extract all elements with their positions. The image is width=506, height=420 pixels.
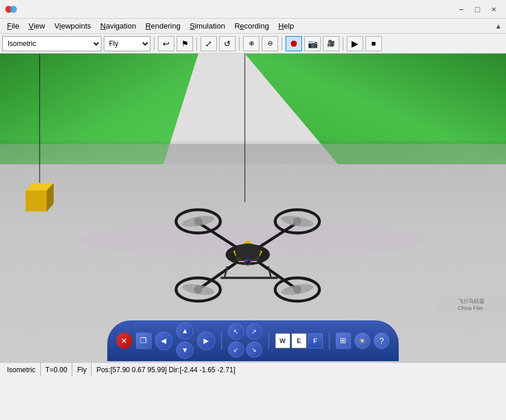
nav-separator-2 [268,332,269,350]
titlebar-left [5,3,17,16]
nav-mode-w-button[interactable]: W [275,333,290,348]
nav-upright-button[interactable]: ↗ [246,323,262,340]
menu-file[interactable]: File [2,20,24,33]
nav-mode-e-button[interactable]: E [291,333,307,348]
menu-navigation[interactable]: Navigation [96,20,140,33]
status-time: T=0.00 [41,363,73,376]
watermark: 飞行鸟联盟China Filer [436,290,506,319]
stop-button[interactable]: ■ [366,36,382,51]
menubar: File View Viewpoints Navigation Renderin… [0,19,506,34]
minimize-button[interactable]: − [454,3,469,16]
nav-mode-select[interactable]: Fly Walk Pan Rotate Zoom [104,36,150,51]
svg-point-34 [293,217,301,225]
maximize-button[interactable]: □ [470,3,485,16]
statusbar: Isometric T=0.00 Fly Pos:[57.90 0.67 95.… [0,362,506,376]
titlebar-controls: − □ × [454,3,501,16]
viewpoint-select[interactable]: Isometric Top Front Side Custom [2,36,101,51]
svg-point-33 [194,217,202,225]
svg-point-36 [293,285,301,294]
status-position: Pos:[57.90 0.67 95.99] Dir:[-2.44 -1.65 … [92,363,240,376]
menu-simulation[interactable]: Simulation [185,20,230,33]
close-button[interactable]: × [486,3,501,16]
nav-left-button[interactable]: ◀ [155,331,173,350]
toolbar-separator-4 [282,37,282,51]
svg-point-35 [194,285,202,294]
viewport[interactable]: ✕ ❐ ◀ ▲ ▼ ▶ ↖ ↗ ↙ ↘ W [0,54,506,362]
reset-button[interactable]: ↺ [219,36,236,51]
menu-recording[interactable]: Recording [230,20,273,33]
nav-upleft-button[interactable]: ↖ [228,323,244,340]
nav-downleft-button[interactable]: ↙ [228,341,244,358]
play-button[interactable]: ▶ [347,36,363,51]
svg-point-1 [10,6,17,13]
svg-point-45 [246,260,248,262]
nav-help-button[interactable]: ? [374,333,389,349]
camera-button[interactable]: 🎥 [323,36,339,51]
nav-separator-3 [329,332,330,350]
toolbar-separator-5 [343,37,343,51]
menu-viewpoints[interactable]: Viewpoints [50,20,96,33]
menu-view[interactable]: View [24,20,50,33]
nav-panel: ✕ ❐ ◀ ▲ ▼ ▶ ↖ ↗ ↙ ↘ W [107,320,399,361]
svg-rect-17 [26,190,47,211]
mode-buttons: W E F [275,333,323,348]
toolbar-separator-1 [154,37,154,51]
arrow-indicator-icon: ▲ [493,21,504,31]
nav-downright-button[interactable]: ↘ [246,341,262,358]
nav-separator-1 [221,332,222,350]
nav-paste-button[interactable]: ⊞ [336,333,352,349]
move-button[interactable]: ⤢ [201,36,217,51]
svg-point-42 [235,243,261,260]
titlebar: − □ × [0,0,506,19]
record-button[interactable]: ⏺ [286,36,302,51]
nav-down-button[interactable]: ▼ [176,341,194,359]
menu-rendering[interactable]: Rendering [140,20,185,33]
toolbar-separator-2 [196,37,197,51]
nav-close-button[interactable]: ✕ [117,333,132,349]
nav-up-button[interactable]: ▲ [176,322,194,340]
nav-copy-button[interactable]: ❐ [136,333,152,349]
zoom-in-button[interactable]: ⊕ [243,36,259,51]
toolbar: Isometric Top Front Side Custom Fly Walk… [0,34,506,54]
waypoint-button[interactable]: ⚑ [177,36,193,51]
zoom-out-button[interactable]: ⊖ [262,36,278,51]
nav-sun-button[interactable]: ☀ [354,333,370,349]
nav-controls: ✕ ❐ ◀ ▲ ▼ ▶ ↖ ↗ ↙ ↘ W [0,319,506,362]
back-button[interactable]: ↩ [158,36,174,51]
status-navmode: Fly [72,363,92,376]
status-viewmode: Isometric [2,363,41,376]
nav-mode-f-button[interactable]: F [308,333,323,348]
toolbar-separator-3 [239,37,240,51]
screenshot-button[interactable]: 📷 [304,36,321,51]
nav-right-button[interactable]: ▶ [197,331,215,350]
app-logo-icon [5,3,17,16]
menu-help[interactable]: Help [273,20,298,33]
